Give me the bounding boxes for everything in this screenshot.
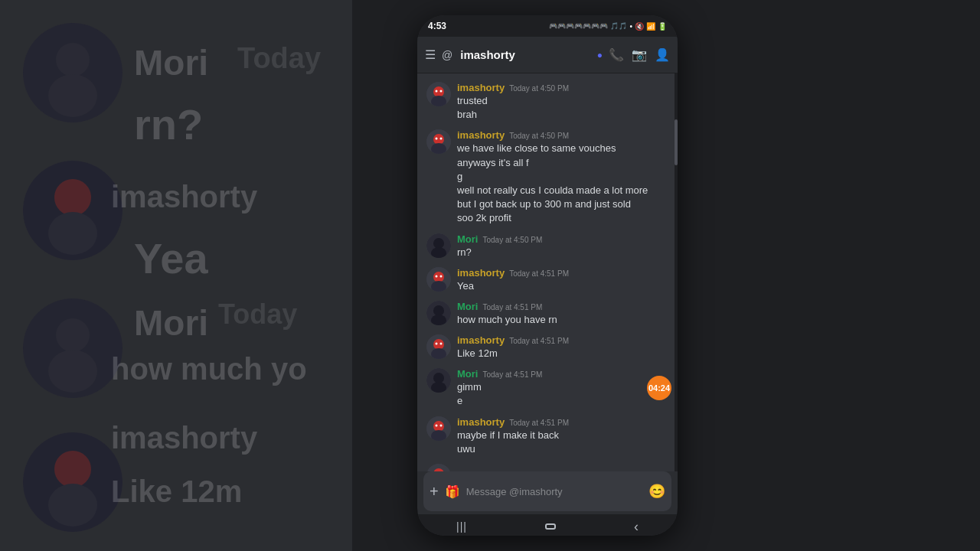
svg-point-39 [433,373,444,383]
bg-text-3: rn? [134,99,203,149]
message-input[interactable] [466,486,642,497]
message-timestamp: Today at 4:51 PM [509,419,569,427]
scrollbar-thumb[interactable] [675,119,678,165]
recent-apps-icon[interactable]: ||| [456,520,467,533]
hamburger-icon[interactable]: ☰ [425,47,436,62]
message-content: imashorty Today at 4:50 PM trusted brah [457,82,668,122]
message-text: trusted [457,94,668,108]
status-bar: 4:53 🎮🎮🎮🎮🎮🎮🎮 🎵🎵 • 🔇 📶 🔋 [417,15,678,37]
message-timestamp: Today at 4:51 PM [482,370,542,379]
at-symbol: @ [442,49,452,61]
svg-point-23 [433,238,444,249]
message-header: imashorty Today at 4:51 PM [457,334,668,346]
svg-point-16 [440,90,443,93]
avatar [426,129,451,154]
message-content: imashorty Today at 4:51 PM maybe if I ma… [457,416,668,456]
svg-point-36 [436,343,438,345]
message-username: imashorty [457,82,505,93]
emoji-picker-button[interactable]: 😊 [648,483,665,500]
message-text: but I got back up to 300 m and just sold [457,197,668,211]
svg-point-44 [436,424,438,426]
table-row: imashorty Today at 4:51 PM Yea [417,265,678,295]
message-text: brah [457,108,668,122]
message-content: Mori Today at 4:50 PM rn? [457,233,668,259]
avatar [426,368,451,393]
gift-button[interactable]: 🎁 [445,484,460,499]
avatar [426,301,451,325]
message-text: gimm [457,380,668,394]
avatar [426,267,451,292]
bg-avatar-4 [23,432,122,532]
svg-point-11 [48,484,97,527]
channel-name: imashorty [460,48,591,61]
bg-text-4: imashorty [111,180,257,214]
avatar [426,334,451,359]
svg-point-5 [48,212,97,255]
svg-point-37 [440,343,443,345]
dot-icon: • [629,22,632,31]
message-content: imashorty Today at 4:50 PM we have like … [457,129,668,225]
avatar [426,464,451,471]
bg-text-1: Mori [134,42,208,83]
voice-timer-badge[interactable]: 04:24 [647,376,671,400]
home-icon[interactable] [545,523,556,530]
verified-icon: ● [597,50,603,60]
message-input-bar: + 🎁 😊 [423,471,671,511]
message-username: Mori [457,301,478,312]
wifi-icon: 📶 [646,22,655,31]
video-icon[interactable]: 📷 [632,47,647,62]
add-attachment-button[interactable]: + [430,483,439,500]
chat-header: ☰ @ imashorty ● 📞 📷 👤 [417,37,678,73]
message-content: Mori Today at 4:51 PM gimm e [457,368,668,408]
message-username: imashorty [457,334,505,346]
table-row: imashorty Today at 4:50 PM trusted brah [417,80,678,124]
message-content: imashorty Today at 4:51 PM Yea [457,267,668,293]
message-content: Mori Today at 4:51 PM how much you have … [457,301,668,327]
message-timestamp: Today at 4:51 PM [482,303,542,311]
message-username: imashorty [457,416,505,428]
table-row [417,461,678,471]
message-header: Mori Today at 4:51 PM [457,301,668,312]
battery-icon: 🔋 [658,22,667,31]
message-text: how much you have rn [457,313,668,327]
svg-point-2 [48,74,97,117]
mute-icon: 🔇 [635,22,644,31]
message-header: imashorty Today at 4:50 PM [457,82,668,93]
message-timestamp: Today at 4:50 PM [509,84,569,93]
message-header: imashorty Today at 4:51 PM [457,416,668,428]
svg-point-31 [433,305,444,316]
message-text: rn? [457,246,668,259]
svg-point-15 [436,90,438,93]
message-text: e [457,394,668,408]
message-text: uwu [457,442,668,456]
svg-point-29 [440,275,443,277]
message-username: imashorty [457,129,505,141]
svg-point-34 [433,339,444,350]
message-username: Mori [457,233,478,245]
call-icon[interactable]: 📞 [609,47,624,62]
bg-text-9: imashorty [111,421,257,455]
message-username: imashorty [457,267,505,279]
message-header: imashorty Today at 4:50 PM [457,129,668,141]
svg-point-45 [440,424,443,426]
svg-point-4 [54,179,91,216]
message-text: Yea [457,279,668,293]
back-icon[interactable]: ‹ [634,519,639,535]
message-header: Mori Today at 4:51 PM [457,368,668,380]
members-icon[interactable]: 👤 [655,47,670,62]
header-action-icons: 📞 📷 👤 [609,47,670,62]
message-text: maybe if I make it back [457,429,668,442]
svg-point-7 [56,318,90,352]
message-header: Mori Today at 4:50 PM [457,233,668,245]
table-row: imashorty Today at 4:50 PM we have like … [417,127,678,227]
svg-point-8 [48,350,97,393]
svg-point-18 [433,134,444,145]
status-icons: 🎮🎮🎮🎮🎮🎮🎮 🎵🎵 • 🔇 📶 🔋 [549,22,667,31]
message-username: Mori [457,368,478,380]
message-text: Like 12m [457,347,668,360]
chat-messages: imashorty Today at 4:50 PM trusted brah [417,73,678,471]
table-row: imashorty Today at 4:51 PM maybe if I ma… [417,414,678,458]
message-content: imashorty Today at 4:51 PM Like 12m [457,334,668,360]
bg-text-6: Mori [134,302,208,344]
media-icons: 🎵🎵 [610,22,627,30]
